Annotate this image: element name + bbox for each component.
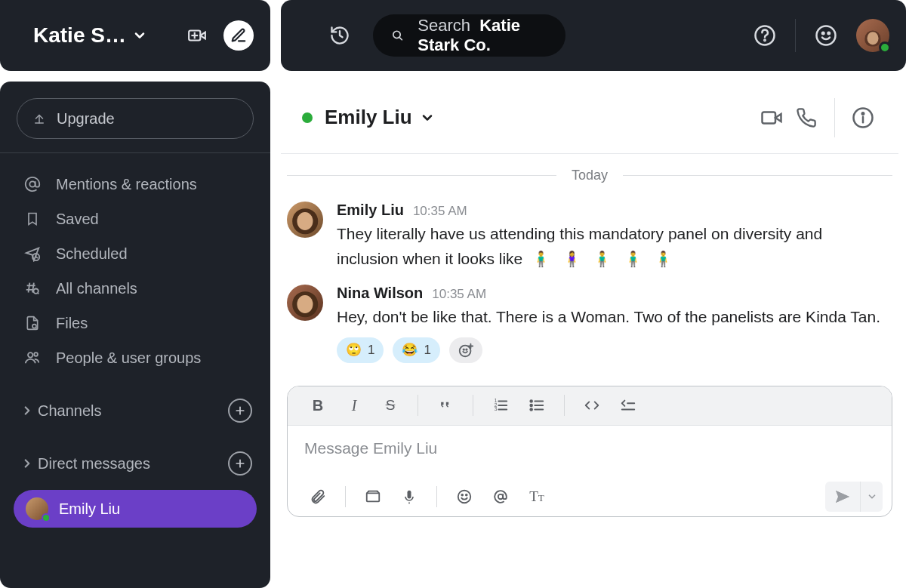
italic-button[interactable]: I <box>337 392 371 419</box>
section-channels[interactable]: Channels <box>11 393 260 428</box>
dm-item-emily[interactable]: Emily Liu <box>14 490 257 528</box>
emoji-status-icon[interactable] <box>809 19 843 52</box>
video-call-icon[interactable] <box>754 100 789 135</box>
message-time: 10:35 AM <box>413 204 467 219</box>
mention-icon[interactable] <box>484 483 517 510</box>
add-channel-button[interactable] <box>228 399 252 423</box>
nav-label: People & user groups <box>56 349 201 367</box>
ordered-list-button[interactable]: 123 <box>484 392 517 419</box>
strike-button[interactable]: S <box>374 392 407 419</box>
quote-button[interactable] <box>429 392 462 419</box>
nav-label: Saved <box>56 211 99 228</box>
svg-point-13 <box>29 181 35 186</box>
nav-files[interactable]: Files <box>11 306 260 340</box>
info-icon[interactable] <box>846 100 880 135</box>
svg-line-5 <box>399 37 402 39</box>
section-label: Direct messages <box>38 455 150 473</box>
search-input[interactable]: Search Katie Stark Co. <box>373 14 565 57</box>
main-pane: Emily Liu Today <box>281 82 906 588</box>
message: Nina Wilson 10:35 AM Hey, don't be like … <box>287 279 892 371</box>
nav-scheduled[interactable]: Scheduled <box>11 236 260 271</box>
reaction-count: 1 <box>368 343 374 358</box>
svg-point-35 <box>463 349 464 349</box>
chevron-down-icon[interactable] <box>420 110 435 125</box>
bold-button[interactable]: B <box>301 392 334 419</box>
svg-point-19 <box>33 288 38 293</box>
slash-command-icon[interactable] <box>356 483 390 510</box>
search-icon <box>391 26 404 45</box>
formatting-toggle-icon[interactable]: TT <box>520 483 553 510</box>
reaction-emoji: 😂 <box>402 342 418 358</box>
code-block-button[interactable] <box>612 392 645 419</box>
sidebar: Upgrade Mentions & reactions Saved Sched… <box>0 82 270 588</box>
history-icon[interactable] <box>325 20 355 51</box>
svg-point-36 <box>466 349 467 349</box>
hash-search-icon <box>23 280 42 297</box>
attach-icon[interactable] <box>301 483 334 510</box>
add-dm-button[interactable] <box>228 451 252 476</box>
bullet-list-button[interactable] <box>520 392 553 419</box>
user-avatar[interactable] <box>856 19 889 52</box>
svg-point-60 <box>498 494 503 498</box>
svg-line-20 <box>38 293 39 294</box>
nav-mentions[interactable]: Mentions & reactions <box>11 167 260 202</box>
svg-point-59 <box>466 494 467 495</box>
svg-rect-29 <box>763 112 776 123</box>
phone-call-icon[interactable] <box>789 100 824 135</box>
chevron-down-icon[interactable] <box>132 28 147 43</box>
help-icon[interactable] <box>748 19 781 52</box>
reaction-pill[interactable]: 😂 1 <box>393 337 439 363</box>
message-composer: B I S 123 Message Emily Liu <box>287 386 892 517</box>
message-author[interactable]: Emily Liu <box>337 202 404 219</box>
reaction-emoji: 🙄 <box>346 342 362 358</box>
upgrade-button[interactable]: Upgrade <box>17 98 254 139</box>
workspace-header: Katie S… <box>0 0 270 71</box>
nav-label: All channels <box>56 280 137 297</box>
video-icon[interactable] <box>181 20 213 51</box>
section-dms[interactable]: Direct messages <box>11 446 260 481</box>
send-button[interactable] <box>825 482 860 512</box>
nav-all-channels[interactable]: All channels <box>11 271 260 306</box>
top-bar: Search Katie Stark Co. <box>281 0 906 71</box>
chevron-right-icon <box>17 457 38 470</box>
add-reaction-button[interactable] <box>449 337 482 363</box>
svg-line-17 <box>29 283 30 293</box>
message-author[interactable]: Nina Wilson <box>337 285 423 302</box>
svg-point-9 <box>822 32 824 35</box>
code-button[interactable] <box>575 392 609 419</box>
send-options-button[interactable] <box>860 482 883 512</box>
at-icon <box>23 176 42 192</box>
composer-toolbar-top: B I S 123 <box>288 386 892 426</box>
reaction-pill[interactable]: 🙄 1 <box>337 337 384 363</box>
workspace-name[interactable]: Katie S… <box>33 23 126 48</box>
svg-point-58 <box>461 494 463 495</box>
reaction-bar: 🙄 1 😂 1 <box>337 337 892 363</box>
svg-point-34 <box>460 345 471 356</box>
upload-icon <box>32 112 46 125</box>
svg-point-24 <box>34 352 38 356</box>
chevron-right-icon <box>17 404 38 417</box>
svg-point-10 <box>828 32 830 35</box>
svg-rect-53 <box>367 493 380 501</box>
nav-saved[interactable]: Saved <box>11 202 260 236</box>
reaction-count: 1 <box>424 343 430 358</box>
mic-icon[interactable] <box>393 483 426 510</box>
channel-name[interactable]: Emily Liu <box>325 106 412 129</box>
nav-people[interactable]: People & user groups <box>11 340 260 375</box>
avatar[interactable] <box>287 285 323 321</box>
svg-point-49 <box>530 405 532 407</box>
nav-label: Scheduled <box>56 245 128 263</box>
message: Emily Liu 10:35 AM They literally have u… <box>287 195 892 279</box>
search-placeholder: Search Katie Stark Co. <box>418 16 547 55</box>
nav-label: Files <box>56 315 88 332</box>
svg-point-33 <box>862 112 864 115</box>
nav-label: Mentions & reactions <box>56 176 197 193</box>
composer-placeholder: Message Emily Liu <box>304 439 437 457</box>
svg-point-23 <box>28 352 32 357</box>
composer-textarea[interactable]: Message Emily Liu <box>288 426 892 477</box>
emoji-picker-icon[interactable] <box>448 483 481 510</box>
compose-icon[interactable] <box>223 20 254 51</box>
message-text: They literally have us attending this ma… <box>337 222 880 271</box>
svg-point-48 <box>530 400 532 402</box>
avatar[interactable] <box>287 202 323 238</box>
